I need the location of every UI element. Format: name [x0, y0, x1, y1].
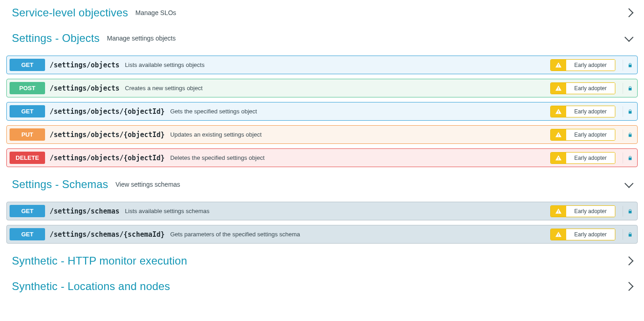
warning-icon [551, 206, 566, 217]
early-adopter-badge: Early adopter [550, 205, 615, 217]
early-adopter-badge: Early adopter [550, 82, 615, 94]
http-method-badge: GET [10, 59, 45, 71]
svg-rect-2 [558, 87, 558, 89]
badge-text: Early adopter [566, 129, 615, 140]
svg-rect-10 [558, 210, 558, 212]
section-header-synthetic-http[interactable]: Synthetic - HTTP monitor execution [6, 248, 638, 274]
endpoint-summary: Gets parameters of the specified setting… [170, 231, 300, 238]
early-adopter-badge: Early adopter [550, 229, 615, 240]
warning-icon [551, 153, 566, 163]
badge-text: Early adopter [566, 60, 615, 71]
svg-rect-8 [558, 157, 558, 158]
endpoint-row[interactable]: GET/settings/objects/{objectId}Gets the … [6, 102, 638, 121]
endpoint-path: /settings/objects [50, 61, 120, 69]
early-adopter-badge: Early adopter [550, 106, 615, 117]
warning-icon [551, 60, 566, 71]
endpoint-row[interactable]: POST/settings/objectsCreates a new setti… [6, 79, 638, 97]
chevron-right-icon [624, 8, 634, 17]
endpoint-row[interactable]: GET/settings/schemasLists available sett… [6, 202, 638, 220]
warning-icon [551, 83, 566, 94]
endpoint-path: /settings/schemas/{schemaId} [50, 230, 165, 239]
chevron-down-icon [624, 179, 634, 188]
endpoint-row[interactable]: GET/settings/objectsLists available sett… [6, 56, 638, 74]
badge-text: Early adopter [566, 106, 615, 117]
endpoint-row[interactable]: PUT/settings/objects/{objectId}Updates a… [6, 125, 638, 144]
badge-text: Early adopter [566, 153, 615, 163]
endpoint-path: /settings/objects/{objectId} [50, 154, 165, 162]
svg-rect-9 [558, 159, 558, 159]
section-header-settings-schemas[interactable]: Settings - SchemasView settings schemas [6, 172, 638, 197]
endpoint-summary: Lists available settings objects [125, 61, 205, 68]
lock-icon[interactable] [623, 229, 633, 240]
endpoint-summary: Lists available settings schemas [125, 208, 210, 214]
svg-rect-0 [558, 64, 558, 66]
http-method-badge: POST [10, 82, 45, 94]
lock-icon[interactable] [623, 83, 633, 94]
endpoint-row[interactable]: GET/settings/schemas/{schemaId}Gets para… [6, 225, 638, 244]
early-adopter-badge: Early adopter [550, 152, 615, 164]
lock-icon[interactable] [623, 129, 633, 140]
section-title: Service-level objectives [12, 6, 128, 19]
endpoint-summary: Creates a new settings object [125, 85, 203, 92]
lock-icon[interactable] [623, 206, 633, 217]
svg-rect-13 [558, 235, 558, 236]
lock-icon[interactable] [623, 60, 633, 71]
endpoint-path: /settings/objects/{objectId} [50, 107, 165, 116]
chevron-right-icon [624, 256, 634, 265]
section-header-settings-objects[interactable]: Settings - ObjectsManage settings object… [6, 25, 638, 51]
warning-icon [551, 129, 566, 140]
endpoint-list: GET/settings/objectsLists available sett… [6, 56, 638, 167]
svg-rect-5 [558, 112, 558, 113]
badge-text: Early adopter [566, 229, 615, 240]
badge-text: Early adopter [566, 206, 615, 217]
lock-icon[interactable] [623, 153, 633, 163]
warning-icon [551, 106, 566, 117]
section-title: Settings - Objects [12, 32, 100, 45]
section-title: Settings - Schemas [12, 178, 108, 191]
section-description: View settings schemas [116, 181, 180, 188]
endpoint-summary: Deletes the specified settings object [170, 154, 264, 161]
endpoint-summary: Updates an existing settings object [170, 131, 262, 138]
http-method-badge: GET [10, 205, 45, 217]
http-method-badge: DELETE [10, 152, 45, 164]
lock-icon[interactable] [623, 106, 633, 117]
early-adopter-badge: Early adopter [550, 59, 615, 71]
svg-rect-3 [558, 89, 558, 90]
endpoint-path: /settings/objects/{objectId} [50, 131, 165, 139]
section-title: Synthetic - Locations and nodes [12, 280, 170, 293]
svg-rect-7 [558, 136, 558, 136]
endpoint-list: GET/settings/schemasLists available sett… [6, 202, 638, 244]
svg-rect-4 [558, 111, 558, 112]
endpoint-row[interactable]: DELETE/settings/objects/{objectId}Delete… [6, 148, 638, 167]
http-method-badge: PUT [10, 128, 45, 141]
endpoint-summary: Gets the specified settings object [170, 108, 257, 115]
early-adopter-badge: Early adopter [550, 129, 615, 141]
section-description: Manage SLOs [136, 9, 177, 16]
svg-rect-11 [558, 212, 558, 213]
section-header-slo[interactable]: Service-level objectivesManage SLOs [6, 0, 638, 25]
badge-text: Early adopter [566, 83, 615, 94]
chevron-down-icon [624, 33, 634, 42]
svg-rect-12 [558, 234, 558, 235]
endpoint-path: /settings/schemas [50, 207, 120, 215]
http-method-badge: GET [10, 105, 45, 117]
svg-rect-6 [558, 134, 558, 135]
section-title: Synthetic - HTTP monitor execution [12, 255, 187, 267]
section-description: Manage settings objects [107, 35, 176, 42]
http-method-badge: GET [10, 228, 45, 240]
section-header-synthetic-loc[interactable]: Synthetic - Locations and nodes [6, 274, 638, 299]
svg-rect-1 [558, 66, 558, 66]
warning-icon [551, 229, 566, 240]
chevron-right-icon [624, 282, 634, 291]
endpoint-path: /settings/objects [50, 84, 120, 92]
